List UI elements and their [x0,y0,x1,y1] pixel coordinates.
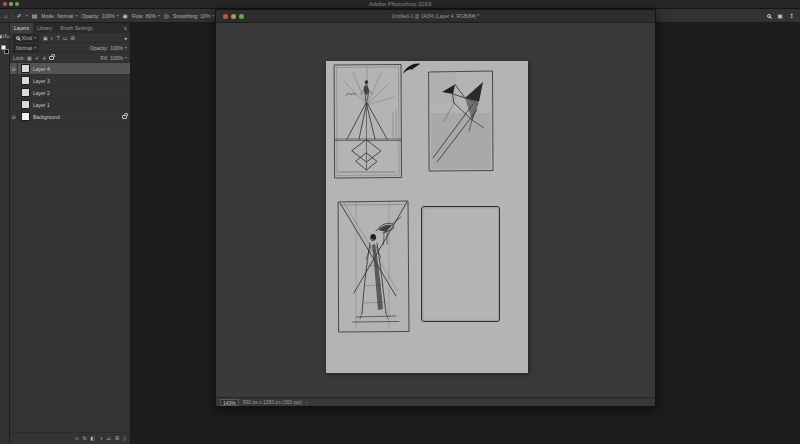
search-icon[interactable] [767,14,771,18]
layer-thumbnail[interactable] [21,100,30,109]
filter-toggle-icon[interactable]: ● [124,34,127,42]
layers-panel: Layers Library Brush Settings ≡ Kind ▾ ▣… [10,23,131,444]
document-info: 900 px x 1350 px (300 ppi) [243,399,302,405]
filter-pixel-layers-icon[interactable]: ▣ [43,34,48,42]
lock-transparency-icon[interactable]: ▦ [27,54,32,62]
link-layers-icon[interactable]: ∞ [75,434,79,442]
filter-smart-objects-icon[interactable]: ⊞ [71,34,75,42]
brush-preset-caret-icon[interactable]: ▾ [26,13,28,18]
tab-brush-settings[interactable]: Brush Settings [56,23,97,33]
layer-name[interactable]: Layer 2 [33,90,50,96]
app-title: Adobe Photoshop 2019 [0,0,800,9]
home-icon[interactable]: ⌂ [4,13,8,19]
layer-name[interactable]: Layer 4 [33,66,50,72]
layer-name[interactable]: Layer 3 [33,78,50,84]
layer-row-layer1[interactable]: Layer 1 [10,99,130,111]
add-layer-mask-icon[interactable]: ◧ [91,434,96,442]
share-icon[interactable]: ↥ [789,13,794,19]
filter-icons: ▣◐T▭⊞ [43,34,75,42]
layer-row-layer4[interactable]: ⊙ Layer 4 [10,63,130,75]
pasteboard[interactable] [216,23,655,397]
filter-adjustment-layers-icon[interactable]: ◐ [51,34,54,42]
tab-layers[interactable]: Layers [10,23,33,33]
visibility-eye-icon[interactable]: ⊙ [10,111,18,123]
visibility-eye-empty[interactable] [10,87,18,99]
document-titlebar[interactable]: Untitled-1 @ 143% (Layer 4, RGB/8#) * [216,10,655,23]
layer-row-background[interactable]: ⊙ Background [10,111,130,123]
brush-preset-icon[interactable]: ✐ [17,13,22,19]
minimize-window-icon[interactable] [9,2,13,6]
layer-opacity-value[interactable]: 100% [110,45,123,51]
foreground-color-swatch[interactable] [1,45,6,50]
visibility-eye-empty[interactable] [10,75,18,87]
layers-panel-actions: ∞fx◧◑▭⊞▯ [10,432,130,442]
kind-search-icon [16,36,20,40]
mode-caret-icon[interactable]: ▾ [75,13,77,18]
panel-tabs: Layers Library Brush Settings ≡ [10,23,130,33]
tab-library[interactable]: Library [33,23,56,33]
canvas[interactable] [326,61,528,373]
kind-caret-icon: ▾ [34,35,36,40]
pressure-opacity-icon[interactable]: ◉ [123,13,128,19]
flow-value[interactable]: 80% [146,13,156,19]
opacity-label: Opacity: [81,13,99,19]
panel-menu-icon[interactable]: ≡ [124,23,127,33]
lock-label: Lock: [13,55,25,61]
separator [12,11,13,20]
opacity-caret-icon[interactable]: ▾ [117,13,119,18]
new-group-icon[interactable]: ▭ [106,434,111,442]
document-window-controls [223,14,244,19]
workspace-switcher-icon[interactable]: ▣ [777,13,783,19]
tools-panel: ✛▭∿✦⌗✧✚✐▣↺▱▤◒◐✒T▶▢✥⌕ [0,23,10,444]
zoom-level-field[interactable]: 143% [220,399,239,406]
color-swatches [0,45,10,57]
delete-layer-icon[interactable]: ▯ [123,434,126,442]
smoothing-field: Smoothing: 10% ▾ [173,13,214,19]
doc-minimize-icon[interactable] [231,14,236,19]
layer-row-layer3[interactable]: Layer 3 [10,75,130,87]
doc-close-icon[interactable] [223,14,228,19]
fill-value[interactable]: 100% [110,55,123,61]
fill-caret-icon[interactable]: ▾ [125,55,127,60]
layer-opacity-caret-icon[interactable]: ▾ [125,45,127,50]
new-adjustment-layer-icon[interactable]: ◑ [99,434,102,442]
layer-filter-row: Kind ▾ ▣◐T▭⊞ ● [10,33,130,43]
airbrush-icon[interactable]: ◎ [164,13,169,19]
mode-value[interactable]: Normal [57,13,73,19]
document-status-bar: 143% 900 px x 1350 px (300 ppi) › [216,397,655,406]
lock-pixels-icon[interactable]: ✐ [35,54,39,62]
layer-thumbnail[interactable] [21,64,30,73]
visibility-eye-icon[interactable]: ⊙ [10,63,18,75]
flow-caret-icon[interactable]: ▾ [158,13,160,18]
blend-mode-dropdown[interactable]: Normal ▾ [13,44,39,52]
layer-opacity-label: Opacity: [90,45,108,51]
zoom-window-icon[interactable] [15,2,19,6]
status-chevron-icon[interactable]: › [306,399,308,405]
lock-icons: ▦✐✛ [27,54,46,62]
smoothing-value[interactable]: 10% [200,13,210,19]
blend-mode-value: Normal [16,45,32,51]
lock-all-icon[interactable] [49,56,54,60]
layer-thumbnail[interactable] [21,112,30,121]
filter-shape-layers-icon[interactable]: ▭ [63,34,68,42]
close-window-icon[interactable] [3,2,7,6]
layer-row-layer2[interactable]: Layer 2 [10,87,130,99]
layer-thumbnail[interactable] [21,76,30,85]
lock-position-icon[interactable]: ✛ [42,54,46,62]
kind-filter-dropdown[interactable]: Kind ▾ [13,34,39,42]
document-title: Untitled-1 @ 143% (Layer 4, RGB/8#) * [216,13,655,19]
doc-zoom-icon[interactable] [239,14,244,19]
filter-type-layers-icon[interactable]: T [57,34,60,42]
layer-name[interactable]: Background [33,114,60,120]
layer-style-icon[interactable]: fx [83,434,87,442]
opacity-value[interactable]: 100% [102,13,115,19]
document-window: Untitled-1 @ 143% (Layer 4, RGB/8#) * [215,9,656,407]
new-layer-icon[interactable]: ⊞ [115,434,119,442]
photoshop-app: Adobe Photoshop 2019 ⌂ ✐ ▾ ▤ Mode: Norma… [0,0,800,444]
blend-caret-icon: ▾ [34,45,36,50]
blend-row: Normal ▾ Opacity: 100% ▾ [10,43,130,53]
visibility-eye-empty[interactable] [10,99,18,111]
layer-thumbnail[interactable] [21,88,30,97]
layer-name[interactable]: Layer 1 [33,102,50,108]
toggle-brush-panel-icon[interactable]: ▤ [32,13,38,19]
